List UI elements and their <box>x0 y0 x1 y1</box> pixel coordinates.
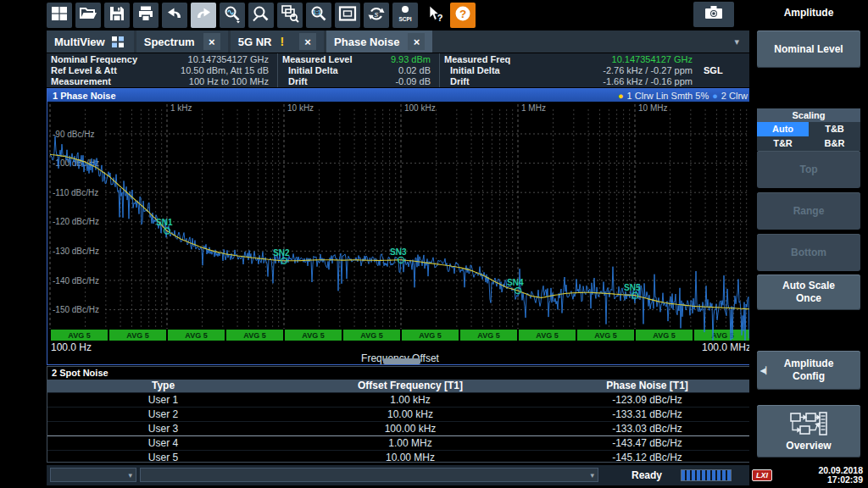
tab-multiview[interactable]: MultiView <box>47 30 134 53</box>
info-label: Nominal Frequency <box>51 54 137 64</box>
svg-text:AVG 5: AVG 5 <box>302 331 324 340</box>
svg-text:SCPI: SCPI <box>398 16 411 22</box>
table-row[interactable]: User 3100.00 kHz-133.03 dBc/Hz <box>47 421 753 435</box>
close-icon[interactable]: × <box>408 33 425 50</box>
svg-text:AVG 5: AVG 5 <box>360 331 382 340</box>
spot-noise-table-header: TypeOffset Frequency [T1]Phase Noise [T1… <box>47 380 753 392</box>
table-row[interactable]: User 11.00 kHz-123.09 dBc/Hz <box>47 392 753 407</box>
camera-icon <box>703 3 725 26</box>
print-button[interactable] <box>133 3 159 28</box>
zoom-trace-icon <box>222 3 242 27</box>
phase-noise-window: 1 Phase Noise ●1 Clrw Lin Smth 5% ●2 Clr… <box>47 88 754 365</box>
svg-text:-90 dBc/Hz: -90 dBc/Hz <box>53 130 94 139</box>
table-cell: -145.12 dBc/Hz <box>542 451 753 464</box>
table-row[interactable]: User 510.00 MHz-145.12 dBc/Hz <box>47 450 753 464</box>
phase-noise-chart[interactable]: AVG 5AVG 5AVG 5AVG 5AVG 5AVG 5AVG 5AVG 5… <box>49 103 753 341</box>
tab-label: Phase Noise <box>334 36 399 48</box>
info-value: 9.93 dBm <box>391 54 431 64</box>
table-cell: User 1 <box>47 393 279 407</box>
scaling-option-tandb[interactable]: T&B <box>809 122 860 136</box>
table-cell: 100.00 kHz <box>279 422 542 435</box>
save-button[interactable] <box>104 3 130 28</box>
undo-button[interactable] <box>162 3 187 28</box>
open-file-button[interactable] <box>75 3 101 28</box>
tab-5g-nr[interactable]: 5G NR!× <box>231 30 324 53</box>
chevron-down-icon: ▾ <box>128 471 132 480</box>
zoom-multi-window-icon <box>280 3 300 27</box>
softkey-overview[interactable]: Overview <box>757 405 860 458</box>
softkey-top[interactable]: Top <box>757 151 860 188</box>
sync-button[interactable]: s <box>364 3 389 28</box>
scaling-option-auto[interactable]: Auto <box>757 122 809 136</box>
info-value: 10.147354127 GHz <box>612 54 693 64</box>
scpi-recorder-button[interactable]: SCPI <box>392 3 418 28</box>
help-pointer-button[interactable]: ? <box>421 3 447 28</box>
tab-label: 5G NR <box>238 36 272 48</box>
scaling-option-tandr[interactable]: T&R <box>757 136 809 151</box>
close-icon[interactable]: × <box>203 33 220 50</box>
print-icon <box>136 3 156 27</box>
tabbar-overflow-dropdown[interactable]: ▾ <box>734 36 749 47</box>
softkey-range[interactable]: Range <box>757 192 860 230</box>
table-row[interactable]: User 210.00 kHz-133.31 dBc/Hz <box>47 407 753 421</box>
display-frame-button[interactable] <box>335 3 360 28</box>
help-button[interactable]: ? <box>450 3 476 28</box>
scaling-option-bandr[interactable]: B&R <box>809 136 860 151</box>
zoom-trace-button[interactable] <box>220 3 245 28</box>
trace1-label: 1 Clrw Lin Smth 5% <box>627 91 709 101</box>
zoom-select-button[interactable] <box>248 3 274 28</box>
info-row: Measurement100 Hz to 100 MHz <box>51 76 269 86</box>
softkey-auto-scale-once[interactable]: Auto Scale Once <box>757 274 860 310</box>
scaling-mode-selector: AutoT&BT&RB&R <box>757 122 860 151</box>
softkey-menu-title: Amplitude <box>749 0 868 25</box>
info-value: -1.66 kHz / -0.16 ppm <box>603 76 693 86</box>
sequencer-dropdown[interactable]: ▾ <box>50 468 136 482</box>
measurement-info-bar: Nominal Frequency10.147354127 GHzRef Lev… <box>47 53 749 87</box>
zoom-one-to-one-icon: 1:1 <box>309 3 329 27</box>
spot-noise-title[interactable]: 2 Spot Noise <box>47 367 753 380</box>
redo-button[interactable] <box>191 3 216 28</box>
zoom-multi-window-button[interactable] <box>277 3 303 28</box>
softkey-bottom[interactable]: Bottom <box>757 234 860 271</box>
info-column: Measured Freq10.147354127 GHzInitial Del… <box>439 53 749 87</box>
x-axis-range-labels: 100.0 Hz 100.0 MHz <box>49 341 751 353</box>
svg-text:-150 dBc/Hz: -150 dBc/Hz <box>53 305 99 314</box>
svg-text:AVG 5: AVG 5 <box>126 331 148 340</box>
tab-spectrum[interactable]: Spectrum× <box>136 30 228 53</box>
trace2-dot-icon: ● <box>712 91 718 101</box>
table-cell: -143.47 dBc/Hz <box>542 436 753 450</box>
tab-phase-noise[interactable]: Phase Noise× <box>326 30 432 53</box>
status-ready-label: Ready <box>632 469 662 481</box>
softkey-amplitude-config[interactable]: ◀▏Amplitude Config <box>757 351 860 390</box>
softkey-label: Range <box>772 205 845 218</box>
save-icon <box>107 3 127 27</box>
sync-icon: s <box>366 3 387 27</box>
info-label: Measured Freq <box>444 54 510 64</box>
svg-text:SN5: SN5 <box>624 283 641 292</box>
column-header: Type <box>47 380 279 392</box>
info-row: Initial Delta0.02 dB <box>282 65 431 75</box>
tab-label: Spectrum <box>144 36 195 48</box>
svg-text:1 kHz: 1 kHz <box>170 103 192 113</box>
windows-logo-button[interactable] <box>47 3 72 28</box>
message-dropdown[interactable]: ▾ <box>140 468 598 482</box>
info-column: Measured Level9.93 dBmInitial Delta0.02 … <box>277 53 439 87</box>
svg-text:?: ? <box>437 13 443 23</box>
table-row[interactable]: User 41.00 MHz-143.47 dBc/Hz <box>47 435 753 450</box>
softkey-nominal-level[interactable]: Nominal Level <box>757 30 860 68</box>
svg-text:100 kHz: 100 kHz <box>404 103 436 113</box>
zoom-one-to-one-button[interactable]: 1:1 <box>306 3 331 28</box>
phase-noise-window-title-bar[interactable]: 1 Phase Noise ●1 Clrw Lin Smth 5% ●2 Clr… <box>47 89 753 102</box>
svg-text:SN1: SN1 <box>156 218 173 227</box>
info-value: -2.76 kHz / -0.27 ppm <box>603 65 693 75</box>
svg-text:-120 dBc/Hz: -120 dBc/Hz <box>53 217 99 226</box>
svg-text:AVG 5: AVG 5 <box>68 331 90 340</box>
svg-text:10 MHz: 10 MHz <box>638 103 667 113</box>
close-icon[interactable]: × <box>299 33 316 50</box>
screenshot-button[interactable] <box>693 2 734 27</box>
datetime-block: LXI 20.09.2018 17:02:39 <box>749 465 863 485</box>
svg-text:s: s <box>375 10 379 19</box>
status-bar: ▾ ▾ Ready <box>47 465 749 485</box>
window-splitter-handle[interactable] <box>383 358 420 364</box>
info-label: Ref Level & Att <box>51 65 117 75</box>
